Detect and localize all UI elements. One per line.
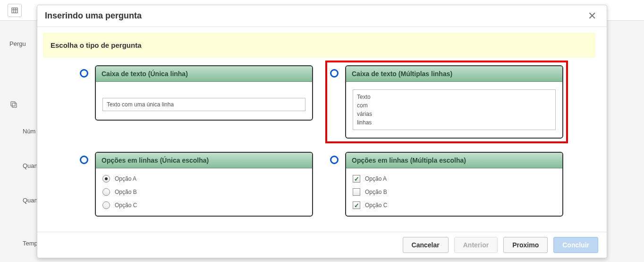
option-label: Opção C — [365, 202, 387, 209]
option-card: Opções em linhas (Única escolha) Opção A… — [95, 152, 313, 217]
card-header: Caixa de texto (Única linha) — [96, 66, 312, 82]
radio-unchecked-icon — [102, 188, 110, 196]
option-card: Opções em linhas (Múltipla escolha) Opçã… — [345, 152, 563, 217]
bg-label: Núm — [23, 128, 35, 135]
bg-label: Temp — [23, 240, 38, 247]
radio-unchecked-icon — [102, 201, 110, 209]
card-body: Texto com várias linhas — [346, 82, 562, 138]
background-labels: Pergu — [9, 40, 26, 75]
option-single-line[interactable]: Caixa de texto (Única linha) — [80, 65, 313, 139]
copy-icon — [9, 100, 18, 110]
card-body: Opção A Opção B Opção C — [96, 168, 312, 216]
previous-button[interactable]: Anterior — [454, 237, 498, 253]
sample-option-row: Opção A — [102, 172, 305, 185]
option-label: Opção B — [115, 189, 137, 195]
sample-option-row: Opção A — [353, 172, 556, 185]
card-header: Opções em linhas (Única escolha) — [96, 153, 312, 168]
radio-icon[interactable] — [330, 69, 339, 78]
card-header: Opções em linhas (Múltipla escolha) — [346, 153, 562, 168]
insert-question-dialog: Inserindo uma pergunta ✕ Escolha o tipo … — [37, 5, 607, 258]
next-button[interactable]: Proximo — [503, 237, 548, 253]
option-single-choice[interactable]: Opções em linhas (Única escolha) Opção A… — [80, 152, 313, 217]
option-card: Caixa de texto (Múltiplas linhas) Texto … — [345, 65, 563, 139]
card-header: Caixa de texto (Múltiplas linhas) — [346, 66, 562, 82]
radio-icon[interactable] — [80, 69, 88, 78]
close-icon[interactable]: ✕ — [585, 10, 599, 22]
radio-icon[interactable] — [80, 156, 88, 164]
bg-label: Quan — [23, 162, 38, 169]
option-multi-line[interactable]: Caixa de texto (Múltiplas linhas) Texto … — [325, 61, 568, 143]
option-label: Opção A — [115, 175, 136, 182]
bg-label: Pergu — [9, 40, 26, 47]
radio-checked-icon — [102, 175, 110, 183]
cancel-button[interactable]: Cancelar — [403, 237, 449, 253]
dialog-header: Inserindo uma pergunta ✕ — [37, 5, 607, 27]
sample-option-row: Opção C — [353, 199, 556, 212]
card-body — [96, 82, 312, 120]
checkbox-checked-icon — [353, 201, 360, 209]
dialog-title: Inserindo uma pergunta — [45, 11, 142, 21]
svg-rect-5 — [11, 102, 15, 106]
sample-option-row: Opção B — [353, 185, 556, 199]
option-label: Opção B — [365, 189, 387, 195]
svg-rect-0 — [12, 8, 17, 13]
option-card: Caixa de texto (Única linha) — [95, 65, 313, 121]
question-type-grid: Caixa de texto (Única linha) Caixa de te… — [43, 65, 595, 226]
card-body: Opção A Opção B Opção C — [346, 168, 562, 216]
sample-option-row: Opção C — [102, 199, 305, 212]
option-label: Opção A — [365, 175, 387, 182]
table-icon — [8, 4, 22, 17]
sample-input — [102, 98, 305, 111]
dialog-body: Escolha o tipo de pergunta Caixa de text… — [37, 27, 607, 232]
option-label: Opção C — [115, 202, 137, 209]
svg-rect-4 — [12, 103, 17, 107]
dialog-footer: Cancelar Anterior Proximo Concluir — [37, 232, 607, 258]
checkbox-unchecked-icon — [353, 188, 360, 196]
finish-button[interactable]: Concluir — [553, 237, 598, 253]
instruction-banner: Escolha o tipo de pergunta — [43, 33, 595, 58]
radio-icon[interactable] — [330, 156, 339, 164]
sample-option-row: Opção B — [102, 185, 305, 199]
sample-textarea: Texto com várias linhas — [353, 89, 556, 130]
checkbox-checked-icon — [353, 175, 360, 183]
option-multi-choice[interactable]: Opções em linhas (Múltipla escolha) Opçã… — [330, 152, 563, 217]
bg-label: Quan — [23, 197, 38, 204]
